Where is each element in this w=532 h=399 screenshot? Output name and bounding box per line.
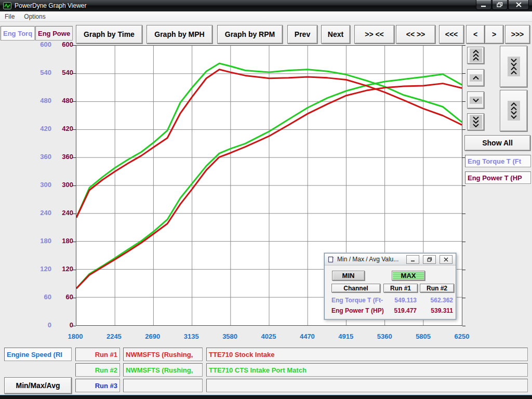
zoom-in-x-button[interactable]: >> << — [354, 25, 394, 44]
axis-tick — [73, 270, 76, 270]
rpm-axis-tick-label: 2690 — [137, 332, 168, 340]
document-icon — [328, 256, 335, 263]
rpm-axis-tick-label: 6250 — [446, 332, 477, 340]
rpm-axis-tick-label: 3580 — [215, 332, 246, 340]
axis-tick — [462, 242, 466, 242]
zoom-out-x-button[interactable]: << >> — [396, 25, 435, 44]
max-tab-button[interactable]: MAX — [392, 271, 425, 281]
min-tab-button[interactable]: MIN — [332, 271, 365, 281]
show-all-button[interactable]: Show All — [464, 135, 530, 151]
close-icon[interactable] — [508, 0, 529, 10]
power-axis-tick-label: 60 — [42, 293, 73, 301]
scroll-left-fast-button[interactable]: <<< — [439, 25, 464, 44]
power-channel-label: Eng Power T (HP — [465, 171, 531, 184]
graph-by-time-button[interactable]: Graph by Time — [76, 25, 142, 44]
restore-icon[interactable] — [492, 0, 508, 10]
axis-tick — [73, 157, 76, 158]
app-icon — [3, 2, 11, 9]
menu-file[interactable]: File — [0, 13, 19, 20]
scroll-left-button[interactable]: < — [466, 25, 485, 44]
power-axis-tick-label: 240 — [42, 209, 73, 217]
torque-channel-button[interactable]: Eng Torq — [1, 26, 35, 41]
prev-button[interactable]: Prev — [287, 25, 317, 44]
window-title: PowerDyne Graph Viewer — [15, 2, 87, 9]
graph-by-rpm-button[interactable]: Graph by RPM — [217, 25, 283, 44]
power-channel-button[interactable]: Eng Powe — [35, 26, 73, 41]
run1-operator-field[interactable]: NWMSFTS (Rushing, — [123, 348, 203, 361]
minmax-window-title: Min / Max / Avg Valu... — [337, 256, 398, 263]
rpm-axis-tick-label: 5360 — [369, 332, 400, 340]
column-header-channel: Channel — [331, 284, 380, 292]
axis-tick — [73, 45, 76, 46]
run1-description-field[interactable]: TTE710 Stock Intake — [206, 348, 528, 361]
app-window: PowerDyne Graph Viewer File Options Eng … — [0, 0, 532, 399]
axis-tick — [462, 326, 466, 326]
column-header-run2: Run #2 — [420, 284, 454, 292]
minimize-icon[interactable] — [476, 0, 491, 10]
minmax-close-icon[interactable] — [440, 255, 453, 264]
minmax-title-bar[interactable]: Min / Max / Avg Valu... — [325, 254, 456, 265]
caption-buttons — [475, 0, 529, 10]
rpm-axis-tick-label: 2245 — [98, 332, 129, 340]
power-axis-tick-label: 0 — [42, 321, 73, 329]
axis-tick — [73, 214, 76, 214]
run2-description-field[interactable]: TTE710 CTS Intake Port Match — [206, 363, 528, 377]
rpm-axis-tick-label: 5805 — [408, 332, 439, 340]
window-bottom-border — [0, 395, 532, 399]
minmax-restore-icon[interactable] — [423, 255, 436, 264]
chevrons-outward-icon — [508, 101, 520, 121]
axis-tick — [73, 73, 76, 74]
minmaxavg-button[interactable]: Min/Max/Avg — [4, 377, 72, 394]
scroll-right-fast-button[interactable]: >>> — [505, 25, 530, 44]
run2-label[interactable]: Run #2 — [75, 363, 120, 377]
chevron-up-icon — [470, 74, 482, 82]
y-scroll-up-fast-button[interactable] — [467, 47, 484, 64]
scroll-right-button[interactable]: > — [485, 25, 503, 44]
run2-operator-field[interactable]: NWMSFTS (Rushing, — [123, 363, 203, 377]
y-scroll-down-fast-button[interactable] — [467, 113, 484, 130]
power-axis-tick-label: 540 — [42, 69, 73, 76]
axis-tick — [462, 214, 466, 214]
axis-tick — [73, 185, 76, 186]
y-scroll-up-button[interactable] — [467, 69, 484, 86]
column-header-run1: Run #1 — [383, 284, 418, 292]
minmax-power-run2-value: 539.311 — [420, 307, 453, 314]
axis-tick — [462, 101, 466, 102]
y-zoom-in-button[interactable] — [500, 46, 527, 87]
power-axis-tick-label: 300 — [42, 181, 73, 189]
axis-tick — [73, 298, 76, 298]
chevron-down-icon — [470, 97, 482, 104]
power-axis-tick-label: 120 — [42, 265, 73, 273]
minmax-row-torque-channel: Eng Torque T (Ft- — [331, 297, 383, 304]
triple-chevron-up-icon — [470, 48, 482, 62]
x-axis-channel-label: Engine Speed (RI — [4, 348, 72, 361]
y-scroll-down-button[interactable] — [467, 91, 484, 109]
y-zoom-out-button[interactable] — [500, 90, 527, 131]
minmax-window[interactable]: Min / Max / Avg Valu... MIN MAX Channel — [324, 253, 456, 320]
axis-tick — [73, 242, 76, 242]
run3-label[interactable]: Run #3 — [75, 379, 120, 392]
axis-tick — [73, 101, 76, 102]
power-axis-tick-label: 600 — [42, 41, 73, 48]
axis-tick — [462, 185, 466, 186]
next-button[interactable]: Next — [321, 25, 350, 44]
minmax-power-run1-value: 519.477 — [383, 307, 417, 314]
rpm-axis-tick-label: 4025 — [253, 332, 284, 340]
run1-label[interactable]: Run #1 — [75, 348, 120, 361]
run3-operator-field[interactable] — [123, 379, 203, 392]
menu-bar: File Options — [0, 11, 532, 22]
run3-description-field[interactable] — [206, 379, 528, 392]
graph-by-mph-button[interactable]: Graph by MPH — [147, 25, 212, 44]
axis-tick — [462, 73, 466, 74]
power-axis-tick-label: 360 — [42, 153, 73, 161]
minmax-row-power-channel: Eng Power T (HP) — [331, 307, 384, 314]
power-axis-tick-label: 180 — [42, 237, 73, 245]
chevrons-inward-icon — [508, 57, 520, 76]
axis-tick — [462, 45, 466, 46]
axis-tick — [462, 270, 466, 270]
minmax-minimize-icon[interactable] — [406, 255, 419, 264]
menu-options[interactable]: Options — [19, 13, 50, 20]
axis-tick — [73, 326, 76, 326]
triple-chevron-down-icon — [470, 115, 482, 129]
minmax-torque-run1-value: 549.113 — [383, 297, 417, 304]
